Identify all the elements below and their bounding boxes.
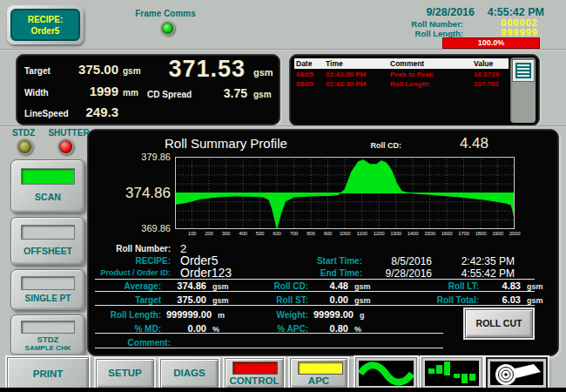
stat-unit: gsm [527,282,543,291]
stat-unit: gsm [527,296,543,305]
end-time-label: End Time: [293,268,362,278]
event-log-scrollbar[interactable] [510,57,536,123]
roll-cd-header-label: Roll CD: [345,141,401,150]
stat-md: % MD:0.00% [88,323,219,334]
x-tick-label: 200 [200,231,218,236]
bottom-strip [0,388,566,392]
instant-values-panel: Target 375.00 gsm 371.53 gsm Width 1999 … [16,54,280,125]
stat-unit: gsm [354,282,371,291]
stat-value: 999999.00 [166,309,212,320]
x-tick-label: 900 [320,231,337,236]
start-time-label: Start Time: [293,256,362,266]
offsheet-button-label: OFFSHEET [11,246,84,256]
hmi-roll-summary-screen: RECIPE: Order5 Frame Comms 9/28/2016 4:5… [0,0,566,392]
stat-unit: gsm [212,282,229,291]
diags-button[interactable]: DIAGS [160,359,219,389]
profile-chart-svg [175,157,515,229]
event-time: 02:43:00 PM [326,71,366,78]
x-tick-label: 1100 [354,231,371,236]
end-time-value: 4:55:42 PM [449,267,515,280]
scan-button[interactable]: SCAN [10,159,85,213]
y-axis-center-label: 374.86 [97,185,171,202]
roll-number-label: Roll Number: [366,19,463,29]
stat-unit: gsm [354,296,371,305]
bar-chart-icon [425,361,479,386]
event-col-time: Time [326,59,343,68]
stat-unit: m [218,311,225,320]
profile-wave-view-button[interactable] [355,357,417,389]
frame-comms-label: Frame Comms [126,9,205,18]
info-product-label: Product / Order ID: [88,268,171,277]
stat-roll-total: Roll Total:6.03gsm [414,294,543,305]
apc-button[interactable]: APC [290,358,347,389]
comment-label: Comment: [88,338,171,348]
stat-value: 6.03 [484,294,521,305]
stat-value: 4.48 [313,280,348,291]
setup-button[interactable]: SETUP [96,359,154,389]
separator [95,348,443,348]
control-button[interactable]: CONTROL [225,358,284,389]
event-col-comment: Comment [390,59,424,68]
event-col-value: Value [474,59,493,68]
y-axis-max-label: 379.86 [101,152,171,162]
header-time: 4:55:42 PM [477,6,544,18]
offsheet-button[interactable]: OFFSHEET [10,217,85,266]
stat-value: 0.80 [313,323,348,334]
x-tick-label: 1900 [489,231,507,236]
event-log-list-button[interactable] [512,59,535,82]
stat-label: Roll CD: [258,281,308,291]
x-tick-label: 800 [302,231,320,236]
stdz-led-icon [17,139,33,155]
stat-label: % APC: [258,324,308,334]
recipe-button-label: RECIPE: [28,15,64,24]
x-tick-label: 700 [286,231,303,236]
event-comment: Peak to Peak [390,71,433,78]
roll-summary-view-button[interactable] [486,357,548,389]
x-tick-label: 1200 [370,231,387,236]
stdz-label: STDZ [5,128,42,138]
print-button[interactable]: PRINT [7,357,89,390]
scan-indicator [21,168,75,185]
event-log-header: DateTimeCommentValue [294,58,509,69]
x-tick-label: 1400 [404,231,421,236]
single-pt-button[interactable]: SINGLE PT [10,269,85,311]
event-col-date: Date [296,59,312,68]
x-tick-label: 1300 [387,231,405,236]
x-tick-label: 400 [234,231,252,236]
y-axis-min-label: 369.86 [101,223,171,233]
stat-average: Average:374.86gsm [88,280,229,291]
stat-label: Weight: [258,310,308,320]
x-tick-label: 1000 [336,231,354,236]
stat-label: Roll ST: [258,295,308,305]
roll-length-value: 999999 [486,27,538,37]
x-tick-label: 100 [184,231,201,236]
event-date: 08/05 [296,80,313,88]
x-tick-label: 300 [218,231,235,236]
stat-weight: Weight:99999.00g [258,309,364,320]
stat-unit: % [212,325,219,334]
stat-roll-length: Roll Length:999999.00m [88,309,225,320]
offsheet-indicator [21,225,75,240]
stat-roll-cd: Roll CD:4.48gsm [258,280,371,291]
event-log-panel: DateTimeCommentValue 08/0502:43:00 PMPea… [289,54,540,126]
stat-value: 374.86 [166,280,206,291]
roll-cut-button[interactable]: ROLL CUT [465,309,533,338]
mid-divider [0,125,566,127]
roll-summary-panel: Roll Summary Profile Roll CD: 4.48 379.8… [87,129,559,356]
stat-label: Roll LT: [414,281,479,291]
event-date: 08/05 [296,71,313,78]
target-value: 375.00 [53,62,118,77]
separator [95,305,535,306]
target-label: Target [24,66,51,76]
event-value: 107.702 [474,80,499,88]
stdz-sample-chk-button[interactable]: STDZ SAMPLE CHK [10,314,85,356]
stat-unit: gsm [212,296,229,305]
recipe-button[interactable]: RECIPE: Order5 [7,5,84,44]
list-icon [515,63,531,78]
recipe-button-face: RECIPE: Order5 [10,9,80,41]
stat-roll-lt: Roll LT:4.83gsm [414,280,543,291]
stat-value: 99999.00 [313,309,354,320]
bar-deviation-view-button[interactable] [421,357,482,389]
end-date-value: 9/28/2016 [371,267,432,280]
control-indicator [232,362,278,375]
